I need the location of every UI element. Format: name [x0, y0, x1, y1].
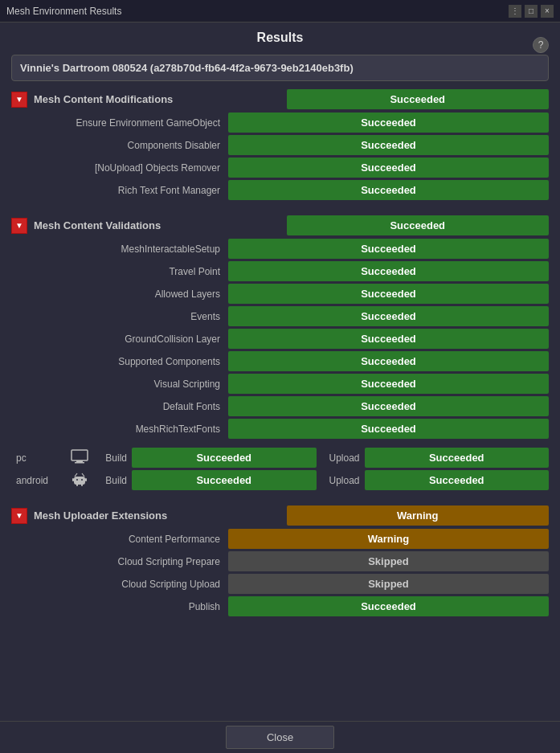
help-button[interactable]: ?: [533, 37, 549, 53]
title-bar: Mesh Environment Results ⋮ □ ×: [0, 0, 560, 23]
platform-upload-label-android: Upload: [317, 475, 365, 486]
section-mesh-uploader-extensions: ▼ Mesh Uploader Extensions Warning Conte…: [11, 505, 549, 616]
toggle-modifications[interactable]: ▼: [11, 92, 27, 108]
platform-upload-status-android: Succeeded: [365, 470, 550, 490]
row-label: Ensure Environment GameObject: [11, 117, 228, 129]
window-title: Mesh Environment Results: [6, 6, 121, 17]
row-status: Succeeded: [228, 596, 549, 616]
main-content: Results Vinnie's Dartroom 080524 (a278b7…: [0, 23, 560, 721]
row-status: Succeeded: [228, 351, 549, 371]
svg-point-11: [81, 479, 83, 481]
row-status: Succeeded: [228, 396, 549, 416]
title-bar-controls: ⋮ □ ×: [509, 5, 554, 18]
table-row: [NoUpload] Objects Remover Succeeded: [11, 158, 549, 178]
row-status: Succeeded: [228, 135, 549, 155]
environment-box: Vinnie's Dartroom 080524 (a278b70d-fb64-…: [11, 55, 549, 81]
section-status-modifications: Succeeded: [287, 89, 550, 109]
row-status: Skipped: [228, 574, 549, 594]
section-header-uploader: ▼ Mesh Uploader Extensions Warning: [11, 505, 549, 526]
close-window-button[interactable]: ×: [541, 5, 554, 18]
maximize-button[interactable]: □: [525, 5, 538, 18]
row-label: Allowed Layers: [11, 289, 228, 300]
table-row: Components Disabler Succeeded: [11, 135, 549, 155]
table-row: Publish Succeeded: [11, 596, 549, 616]
row-status: Succeeded: [228, 374, 549, 394]
table-row: Rich Text Font Manager Succeeded: [11, 180, 549, 200]
title-bar-left: Mesh Environment Results: [6, 6, 121, 17]
row-status: Succeeded: [228, 239, 549, 259]
footer: Close: [0, 721, 560, 753]
svg-rect-2: [75, 462, 84, 464]
section-mesh-content-modifications: ▼ Mesh Content Modifications Succeeded E…: [11, 89, 549, 200]
table-row: Ensure Environment GameObject Succeeded: [11, 113, 549, 133]
svg-rect-0: [72, 450, 88, 460]
row-label: Content Performance: [11, 534, 228, 545]
row-status: Succeeded: [228, 306, 549, 326]
row-label: Publish: [11, 601, 228, 612]
svg-point-10: [76, 479, 78, 481]
table-row: Cloud Scripting Prepare Skipped: [11, 551, 549, 571]
menu-button[interactable]: ⋮: [509, 5, 521, 18]
platform-build-label-android: Build: [92, 475, 132, 486]
platform-upload-label-pc: Upload: [317, 452, 365, 464]
platform-section: pc Build Succeeded Upload Succeeded andr…: [11, 448, 549, 490]
row-label: GroundCollision Layer: [11, 334, 228, 345]
row-label: Default Fonts: [11, 401, 228, 412]
row-label: Events: [11, 311, 228, 322]
row-label: MeshInteractableSetup: [11, 243, 228, 255]
row-label: Rich Text Font Manager: [11, 185, 228, 196]
table-row: MeshRichTextFonts Succeeded: [11, 419, 549, 439]
platform-icon-pc: [67, 449, 92, 467]
table-row: Allowed Layers Succeeded: [11, 284, 549, 304]
row-status: Succeeded: [228, 113, 549, 133]
row-label: MeshRichTextFonts: [11, 424, 228, 435]
svg-rect-4: [72, 478, 74, 481]
table-row: Events Succeeded: [11, 306, 549, 326]
page-title: Results: [11, 31, 549, 45]
row-status: Succeeded: [228, 419, 549, 439]
platform-row-android: android Build Succeeded Upload Succe: [11, 470, 549, 490]
svg-line-9: [82, 473, 84, 477]
svg-line-8: [75, 473, 77, 477]
table-row: MeshInteractableSetup Succeeded: [11, 239, 549, 259]
svg-rect-7: [81, 484, 83, 486]
environment-title: Vinnie's Dartroom 080524 (a278b70d-fb64-…: [20, 62, 354, 74]
row-status: Succeeded: [228, 180, 549, 200]
section-status-uploader: Warning: [287, 505, 550, 526]
section-label-validations: Mesh Content Validations: [27, 216, 287, 235]
platform-row-pc: pc Build Succeeded Upload Succeeded: [11, 448, 549, 468]
table-row: Cloud Scripting Upload Skipped: [11, 574, 549, 594]
section-header-validations: ▼ Mesh Content Validations Succeeded: [11, 215, 549, 235]
table-row: Default Fonts Succeeded: [11, 396, 549, 416]
platform-upload-status-pc: Succeeded: [365, 448, 550, 468]
row-status: Succeeded: [228, 329, 549, 349]
svg-rect-5: [85, 478, 87, 481]
platform-build-status-pc: Succeeded: [132, 448, 317, 468]
platform-icon-android: [67, 471, 92, 490]
table-row: Travel Point Succeeded: [11, 261, 549, 281]
row-status: Succeeded: [228, 284, 549, 304]
row-label: Visual Scripting: [11, 379, 228, 390]
row-status: Succeeded: [228, 158, 549, 178]
section-header-modifications: ▼ Mesh Content Modifications Succeeded: [11, 89, 549, 109]
table-row: Content Performance Warning: [11, 529, 549, 549]
platform-build-status-android: Succeeded: [132, 470, 317, 490]
platform-name-pc: pc: [11, 452, 67, 464]
section-label-uploader: Mesh Uploader Extensions: [27, 506, 287, 525]
row-label: Cloud Scripting Upload: [11, 579, 228, 590]
row-label: Cloud Scripting Prepare: [11, 556, 228, 567]
table-row: Visual Scripting Succeeded: [11, 374, 549, 394]
svg-rect-6: [76, 484, 78, 486]
row-status: Warning: [228, 529, 549, 549]
toggle-uploader[interactable]: ▼: [11, 508, 27, 524]
toggle-validations[interactable]: ▼: [11, 218, 27, 234]
section-label-modifications: Mesh Content Modifications: [27, 90, 287, 108]
platform-build-label-pc: Build: [92, 452, 132, 464]
row-label: [NoUpload] Objects Remover: [11, 162, 228, 174]
row-label: Supported Components: [11, 356, 228, 367]
close-button[interactable]: Close: [226, 726, 334, 749]
row-status: Succeeded: [228, 261, 549, 281]
svg-rect-1: [76, 460, 83, 462]
section-mesh-content-validations: ▼ Mesh Content Validations Succeeded Mes…: [11, 215, 549, 439]
platform-name-android: android: [11, 475, 67, 486]
